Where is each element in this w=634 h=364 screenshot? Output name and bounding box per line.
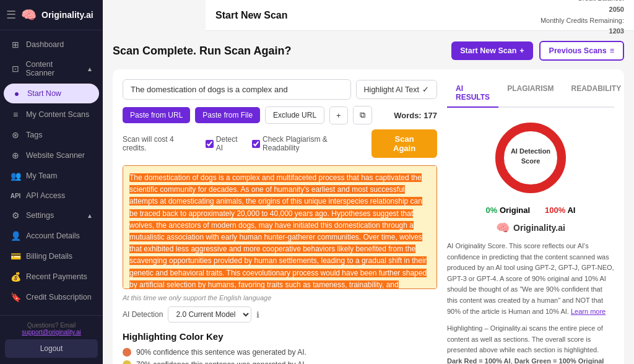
highlighted-content: The domestication of dogs is a complex a… <box>129 173 427 289</box>
logout-button[interactable]: Logout <box>5 339 98 358</box>
sidebar-item-label: Credit Subscription <box>26 293 92 301</box>
color-dot-red <box>123 348 131 357</box>
words-count: Words: 177 <box>394 111 437 120</box>
sidebar-nav: ⊞ Dashboard ⊡ Content Scanner ▲ ● Start … <box>0 30 103 315</box>
scan-card: Highlight AI Text ✓ Paste from URL Paste… <box>113 69 624 364</box>
sidebar-item-label: API Access <box>26 191 65 200</box>
originality-brand: 🧠 Originality.ai <box>447 221 614 235</box>
paste-from-file-button[interactable]: Paste from File <box>195 107 260 123</box>
copy-icon-button[interactable]: ⧉ <box>353 106 372 124</box>
sidebar-item-label: Start Now <box>27 89 61 98</box>
originality-brand-text: Originality.ai <box>513 223 565 233</box>
sidebar-item-website-scanner[interactable]: ⊕ Website Scanner <box>2 145 100 165</box>
tags-icon: ⊛ <box>10 130 21 140</box>
ai-detection-label: AI Detection <box>123 310 163 319</box>
credit-info: Credit Balance: 2050 Monthly Credits Rem… <box>541 0 624 37</box>
sidebar: ☰ 🧠 Originality.ai ⊞ Dashboard ⊡ Content… <box>0 0 103 364</box>
score-original: 0% Original <box>486 206 531 215</box>
sidebar-header: ☰ 🧠 Originality.ai <box>0 0 103 30</box>
tab-plagiarism[interactable]: PLAGIARISM <box>498 79 562 108</box>
support-email-link[interactable]: support@originality.ai <box>22 329 81 336</box>
scan-left: Highlight AI Text ✓ Paste from URL Paste… <box>123 79 437 364</box>
my-content-scans-icon: ≡ <box>10 110 21 119</box>
sidebar-item-label: Settings <box>26 211 54 220</box>
tabs-row: AI RESULTS PLAGIARISM READABILITY <box>447 79 614 108</box>
color-dot-yellow <box>123 360 131 364</box>
sidebar-item-label: My Content Scans <box>26 110 89 119</box>
ai-model-select[interactable]: 2.0 Current Model <box>168 306 251 323</box>
tab-ai-results[interactable]: AI RESULTS <box>447 79 498 108</box>
recent-payments-icon: 💰 <box>10 272 21 282</box>
sidebar-item-label: Account Details <box>26 232 80 240</box>
sidebar-item-label: Recent Payments <box>26 272 87 281</box>
input-row: Highlight AI Text ✓ <box>123 79 437 100</box>
sidebar-item-account-details[interactable]: 👤 Account Details <box>2 226 100 246</box>
sidebar-item-label: Dashboard <box>26 40 64 49</box>
sidebar-item-tags[interactable]: ⊛ Tags <box>2 125 100 145</box>
svg-text:Score: Score <box>521 157 541 165</box>
color-key-section: Highlighting Color Key 90% confidence th… <box>123 323 437 364</box>
scan-header: Scan Complete. Run Scan Again? Start New… <box>113 41 624 61</box>
my-team-icon: 👥 <box>10 171 21 181</box>
start-new-scan-button[interactable]: Start New Scan + <box>451 41 532 60</box>
chevron-up-icon: ▲ <box>87 66 93 72</box>
donut-chart: AI Detection Score <box>490 118 571 198</box>
sidebar-item-start-now[interactable]: ● Start Now <box>4 84 99 103</box>
sidebar-item-billing-details[interactable]: 💳 Billing Details <box>2 246 100 266</box>
sidebar-item-api-access[interactable]: API API Access <box>2 186 100 205</box>
menu-icon: ≡ <box>610 46 614 55</box>
topbar: Start New Scan Credit Balance: 2050 Mont… <box>206 0 634 31</box>
tab-readability[interactable]: READABILITY <box>562 79 630 108</box>
plagiarism-checkbox-label[interactable]: Check Plagiarism & Readability <box>252 135 365 152</box>
color-key-item-1: 70% confidence this sentence was generat… <box>123 360 437 364</box>
cost-text: Scan will cost 4 credits. <box>123 135 199 152</box>
sidebar-footer: Questions? Email support@originality.ai … <box>0 315 103 364</box>
dashboard-icon: ⊞ <box>10 40 21 50</box>
website-scanner-icon: ⊕ <box>10 150 21 160</box>
info-icon: ℹ <box>256 310 259 319</box>
hamburger-icon[interactable]: ☰ <box>6 8 16 22</box>
monthly-credits-label: Monthly Credits Remaining: 1203 <box>541 15 624 37</box>
content-scanner-icon: ⊡ <box>10 64 20 74</box>
plus-icon: + <box>519 46 524 55</box>
sidebar-item-label: Tags <box>26 131 42 139</box>
billing-details-icon: 💳 <box>10 251 21 261</box>
credit-subscription-icon: 🔖 <box>10 292 21 302</box>
checkmark-icon: ✓ <box>422 85 429 94</box>
scan-again-button[interactable]: Scan Again <box>371 129 437 158</box>
sidebar-item-settings[interactable]: ⚙ Settings ▲ <box>2 206 100 225</box>
scan-right: AI RESULTS PLAGIARISM READABILITY <box>447 79 614 364</box>
sidebar-item-recent-payments[interactable]: 💰 Recent Payments <box>2 267 100 287</box>
credit-balance-label: Credit Balance: 2050 <box>541 0 624 15</box>
sidebar-item-credit-subscription[interactable]: 🔖 Credit Subscription <box>2 287 100 307</box>
detect-ai-checkbox[interactable] <box>206 140 214 148</box>
svg-text:AI Detection: AI Detection <box>511 147 550 155</box>
detect-ai-checkbox-label[interactable]: Detect AI <box>206 135 246 152</box>
sidebar-item-dashboard[interactable]: ⊞ Dashboard <box>2 35 100 54</box>
sidebar-item-content-scanner[interactable]: ⊡ Content Scanner ▲ <box>2 55 100 82</box>
donut-chart-container: AI Detection Score <box>447 118 614 198</box>
sidebar-logo-icon: 🧠 <box>21 7 37 22</box>
sidebar-item-label: Website Scanner <box>26 151 85 160</box>
start-now-icon: ● <box>11 89 22 98</box>
topbar-title: Start New Scan <box>215 10 533 21</box>
settings-icon: ⚙ <box>10 210 21 220</box>
scan-text-input[interactable] <box>123 79 351 100</box>
sidebar-item-my-content-scans[interactable]: ≡ My Content Scans <box>2 105 100 124</box>
color-key-title: Highlighting Color Key <box>123 331 437 342</box>
support-text: Questions? Email support@originality.ai <box>5 322 98 336</box>
color-key-item-0: 90% confidence this sentence was generat… <box>123 348 437 357</box>
lang-note: At this time we only support the English… <box>123 294 437 301</box>
sidebar-item-label: Content Scanner <box>25 60 82 77</box>
previous-scans-button[interactable]: Previous Scans ≡ <box>539 41 624 61</box>
add-icon-button[interactable]: + <box>329 106 348 124</box>
highlight-description: Highlighting – Originality.ai scans the … <box>447 323 614 364</box>
sidebar-item-label: My Team <box>26 171 57 180</box>
paste-from-url-button[interactable]: Paste from URL <box>123 107 190 123</box>
ai-detection-row: AI Detection 2.0 Current Model ℹ <box>123 306 437 323</box>
sidebar-item-my-team[interactable]: 👥 My Team <box>2 166 100 186</box>
exclude-url-button[interactable]: Exclude URL <box>265 106 324 124</box>
plagiarism-checkbox[interactable] <box>252 140 260 148</box>
highlight-ai-text-button[interactable]: Highlight AI Text ✓ <box>356 80 437 99</box>
learn-more-link[interactable]: Learn more <box>571 308 606 315</box>
